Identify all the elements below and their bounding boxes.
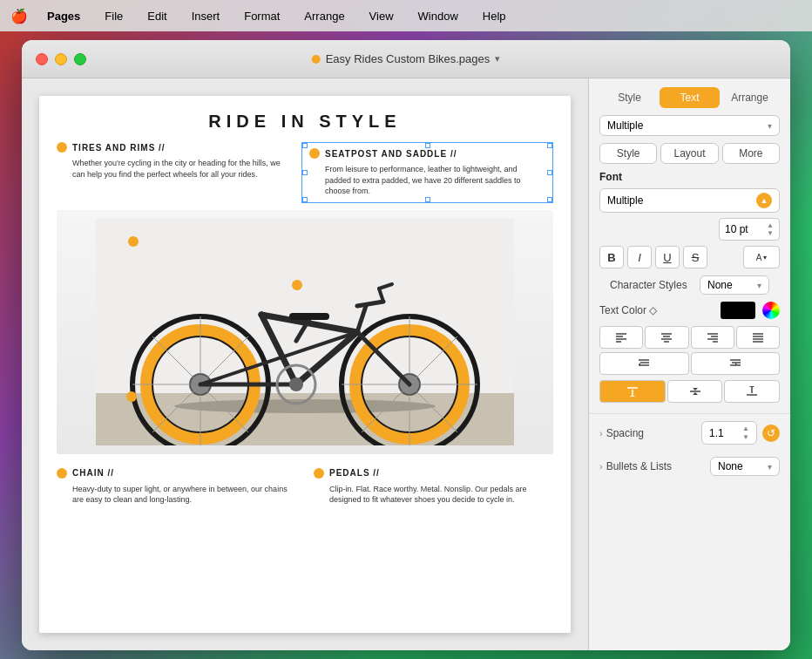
svg-point-40 — [289, 377, 303, 391]
sub-tabs: Style Layout More — [589, 136, 790, 164]
spacing-label: › Spacing — [599, 427, 644, 439]
app-window: Easy Rides Custom Bikes.pages ▾ RIDE IN … — [22, 40, 790, 650]
annotation-chain: CHAIN // Heavy-duty to super light, or a… — [57, 468, 296, 506]
size-up-icon[interactable]: ▲ — [767, 221, 774, 229]
close-button[interactable] — [36, 53, 48, 65]
align-right-button[interactable] — [691, 326, 734, 349]
title-bar: Easy Rides Custom Bikes.pages ▾ — [22, 40, 790, 78]
align-justify-button[interactable] — [736, 326, 780, 349]
line-spacing-active-button[interactable] — [599, 380, 666, 403]
handle-br — [547, 197, 552, 202]
char-styles-chevron: ▾ — [757, 281, 761, 290]
annotation-chain-title: CHAIN // — [57, 468, 296, 479]
handle-mr — [547, 170, 552, 175]
handle-tc — [425, 143, 430, 148]
sub-tab-more[interactable]: More — [722, 143, 780, 164]
bike-svg — [57, 210, 553, 454]
menu-window[interactable]: Window — [413, 8, 464, 24]
annotation-seatpost-body: From leisure to performance, leather to … — [309, 164, 545, 197]
document-icon-dot — [312, 55, 321, 64]
char-styles-dropdown[interactable]: None ▾ — [700, 275, 769, 295]
font-name-selector[interactable]: Multiple ▲ — [599, 188, 780, 213]
underline-button[interactable]: U — [655, 246, 680, 268]
multiple-dropdown-section: Multiple ▾ — [589, 108, 790, 136]
menu-help[interactable]: Help — [477, 8, 511, 24]
dot-seatpost — [292, 280, 302, 290]
spacing-value-input[interactable]: 1.1 ▲ ▼ — [701, 421, 757, 445]
sub-tab-layout[interactable]: Layout — [660, 143, 718, 164]
handle-tr — [547, 143, 552, 148]
menu-view[interactable]: View — [364, 8, 399, 24]
spacing-stepper: ▲ ▼ — [742, 425, 749, 441]
align-justify-icon — [751, 332, 765, 343]
color-wheel-button[interactable] — [762, 302, 780, 319]
spacing-chevron-icon[interactable]: › — [599, 428, 603, 438]
bullets-chevron-icon[interactable]: › — [599, 461, 603, 472]
spacing-down-icon[interactable]: ▼ — [742, 433, 749, 441]
handle-bc — [425, 197, 430, 202]
strikethrough-button[interactable]: S — [683, 246, 707, 268]
italic-button[interactable]: I — [627, 246, 652, 268]
align-center-button[interactable] — [645, 326, 688, 349]
font-stepper-up-icon[interactable]: ▲ — [756, 193, 772, 208]
main-content: RIDE IN STYLE TIRES AND RIMS // Whether … — [22, 78, 790, 650]
window-title-area: Easy Rides Custom Bikes.pages ▾ — [312, 52, 501, 65]
char-styles-value: None — [707, 279, 733, 291]
sub-tab-style[interactable]: Style — [599, 143, 657, 164]
tab-text[interactable]: Text — [660, 87, 720, 108]
menu-format[interactable]: Format — [239, 8, 285, 24]
text-color-controls — [721, 302, 780, 319]
line-spacing-top-icon — [626, 386, 639, 397]
dot-orange-seatpost — [309, 148, 320, 159]
spacing-label-text: Spacing — [606, 427, 644, 439]
spacing-up-icon[interactable]: ▲ — [742, 425, 749, 432]
indent-increase-icon — [728, 358, 742, 369]
title-chevron-icon[interactable]: ▾ — [495, 53, 500, 65]
menu-edit[interactable]: Edit — [142, 8, 172, 24]
format-buttons: B I U S A ▾ — [599, 246, 780, 268]
bike-illustration — [96, 219, 514, 445]
multiple-dropdown[interactable]: Multiple ▾ — [599, 115, 780, 136]
indent-increase-button[interactable] — [691, 352, 781, 375]
multiple-dropdown-chevron: ▾ — [768, 121, 772, 131]
dot-pedals — [248, 391, 259, 402]
minimize-button[interactable] — [55, 53, 67, 65]
annotation-pedals: PEDALS // Clip-in. Flat. Race worthy. Me… — [314, 468, 553, 506]
annotation-chain-body: Heavy-duty to super light, or anywhere i… — [57, 484, 296, 506]
page-title: RIDE IN STYLE — [39, 96, 571, 142]
font-size-input[interactable]: 10 pt ▲ ▼ — [719, 218, 780, 241]
menu-pages[interactable]: Pages — [42, 8, 85, 24]
spacing-add-button[interactable]: ↺ — [762, 425, 780, 442]
indent-decrease-button[interactable] — [599, 352, 689, 375]
text-color-swatch[interactable] — [721, 302, 755, 319]
svg-marker-77 — [749, 386, 754, 387]
menu-file[interactable]: File — [99, 8, 128, 24]
menu-insert[interactable]: Insert — [186, 8, 226, 24]
svg-marker-73 — [693, 388, 698, 391]
font-section: Font Multiple ▲ 10 pt ▲ ▼ — [589, 164, 790, 413]
line-spacing-bottom-button[interactable] — [724, 380, 780, 403]
spacing-value: 1.1 — [709, 427, 724, 439]
tab-style[interactable]: Style — [599, 87, 660, 108]
annotation-seatpost[interactable]: SEATPOST AND SADDLE // From leisure to p… — [301, 142, 553, 203]
bold-button[interactable]: B — [599, 246, 624, 268]
tab-arrange[interactable]: Arrange — [720, 87, 780, 108]
bullets-dropdown[interactable]: None ▾ — [710, 457, 780, 476]
top-annotations: TIRES AND RIMS // Whether you're cycling… — [39, 142, 571, 203]
line-spacing-middle-button[interactable] — [667, 380, 723, 403]
annotation-pedals-body: Clip-in. Flat. Race worthy. Metal. Nonsl… — [314, 484, 553, 506]
align-left-button[interactable] — [599, 326, 643, 349]
menu-arrange[interactable]: Arrange — [299, 8, 349, 24]
handle-tl — [302, 143, 308, 148]
annotation-tires-title: TIRES AND RIMS // — [57, 142, 293, 153]
text-style-button[interactable]: A ▾ — [743, 246, 780, 268]
bottom-annotations: CHAIN // Heavy-duty to super light, or a… — [39, 461, 571, 506]
size-down-icon[interactable]: ▼ — [767, 229, 774, 237]
line-spacing-middle-icon — [688, 386, 702, 397]
dot-chain — [126, 391, 137, 402]
fullscreen-button[interactable] — [74, 53, 86, 65]
text-style-label: A — [756, 253, 762, 262]
align-center-icon — [660, 332, 673, 343]
apple-menu[interactable]: 🍎 — [10, 8, 28, 24]
font-name-label: Multiple — [607, 194, 643, 207]
